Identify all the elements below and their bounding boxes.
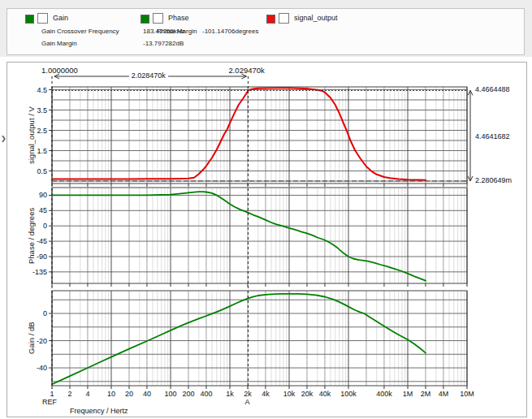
gain-axis-title: Gain / dB	[27, 291, 36, 386]
svg-text:20k: 20k	[301, 390, 314, 398]
phase-visibility-checkbox[interactable]	[153, 13, 163, 24]
svg-text:100k: 100k	[340, 390, 357, 398]
svg-text:2.5: 2.5	[37, 127, 47, 135]
svg-text:4M: 4M	[439, 390, 449, 398]
plots-svg: 4.53.52.51.50.590450-45-90-1350-20-40124…	[7, 63, 525, 415]
gain-margin-label: Gain Margin	[41, 40, 77, 47]
curve-Gain	[52, 294, 426, 384]
signal-max-value: 4.4664488	[475, 85, 510, 93]
plot-gain: 0-20-401241020401002004001k2k4k10k20k40k…	[37, 291, 474, 398]
svg-text:2M: 2M	[421, 390, 431, 398]
svg-text:-20: -20	[37, 337, 47, 345]
svg-text:1: 1	[50, 390, 54, 398]
svg-text:-45: -45	[37, 237, 47, 245]
curve-signal_output	[52, 88, 426, 180]
curve-Phase	[52, 192, 426, 281]
cursor-a-label[interactable]: A	[244, 398, 249, 406]
svg-text:2: 2	[67, 390, 71, 398]
svg-text:100: 100	[164, 390, 176, 398]
svg-text:2k: 2k	[244, 390, 252, 398]
svg-text:40: 40	[143, 390, 151, 398]
svg-text:1k: 1k	[226, 390, 234, 398]
svg-text:-40: -40	[37, 364, 47, 372]
svg-text:10: 10	[107, 390, 115, 398]
signal-delta-value: 4.4641682	[475, 132, 510, 140]
phase-color-swatch	[141, 15, 149, 24]
cursor-delta-value: 2.028470k	[129, 71, 168, 80]
signal-output-visibility-checkbox[interactable]	[279, 13, 289, 24]
phase-margin-label: Phase Margin	[157, 28, 197, 35]
legend-panel: Gain Gain Crossover Frequency 183.42756k…	[6, 8, 525, 55]
svg-text:200: 200	[182, 390, 194, 398]
svg-text:90: 90	[39, 191, 47, 199]
gain-margin-value: -13.797282dB	[143, 40, 184, 47]
svg-text:400: 400	[200, 390, 212, 398]
svg-text:-90: -90	[37, 253, 47, 261]
gain-crossover-label: Gain Crossover Frequency	[41, 28, 119, 35]
phase-margin-value: -101.14706degrees	[202, 28, 258, 35]
plot-signal_output: 4.53.52.51.50.5	[37, 86, 467, 188]
svg-text:0: 0	[43, 309, 47, 317]
ref-cursor-value: 1.0000000	[41, 66, 78, 75]
svg-text:4.5: 4.5	[37, 86, 47, 94]
svg-text:1.5: 1.5	[37, 147, 47, 155]
gain-legend-label: Gain	[53, 14, 68, 22]
signal-output-axis-title: signal_output / V	[27, 87, 36, 184]
svg-text:10k: 10k	[283, 390, 296, 398]
cursor-a-value: 2.029470k	[228, 66, 264, 75]
svg-text:10M: 10M	[460, 390, 474, 398]
app-window: { "legend": { "groups": [ {"name":"Gain"…	[0, 0, 532, 419]
ref-cursor-label[interactable]: REF	[42, 398, 57, 406]
phase-axis-title: Phase / degrees	[27, 188, 36, 283]
svg-text:400k: 400k	[376, 390, 392, 398]
plot-panel: 4.53.52.51.50.590450-45-90-1350-20-40124…	[6, 62, 527, 417]
x-axis-title: Frequency / Hertz	[70, 407, 128, 415]
signal-output-color-swatch	[266, 15, 275, 24]
svg-text:4: 4	[85, 390, 89, 398]
panel-chevron-icon[interactable]: ❯	[1, 135, 6, 142]
phase-legend-label: Phase	[168, 14, 189, 22]
signal-output-legend-label: signal_output	[294, 14, 338, 22]
svg-text:20: 20	[125, 390, 133, 398]
gain-visibility-checkbox[interactable]	[37, 13, 48, 24]
svg-text:40k: 40k	[319, 390, 331, 398]
svg-text:3.5: 3.5	[37, 106, 47, 114]
svg-text:4k: 4k	[262, 390, 270, 398]
svg-text:0.5: 0.5	[37, 167, 47, 175]
plot-phase: 90450-45-90-135	[32, 188, 467, 287]
svg-text:0: 0	[43, 222, 47, 230]
svg-text:45: 45	[39, 206, 47, 214]
svg-text:1M: 1M	[403, 390, 413, 398]
gain-color-swatch	[25, 15, 34, 24]
signal-min-value: 2.280649m	[475, 176, 512, 184]
